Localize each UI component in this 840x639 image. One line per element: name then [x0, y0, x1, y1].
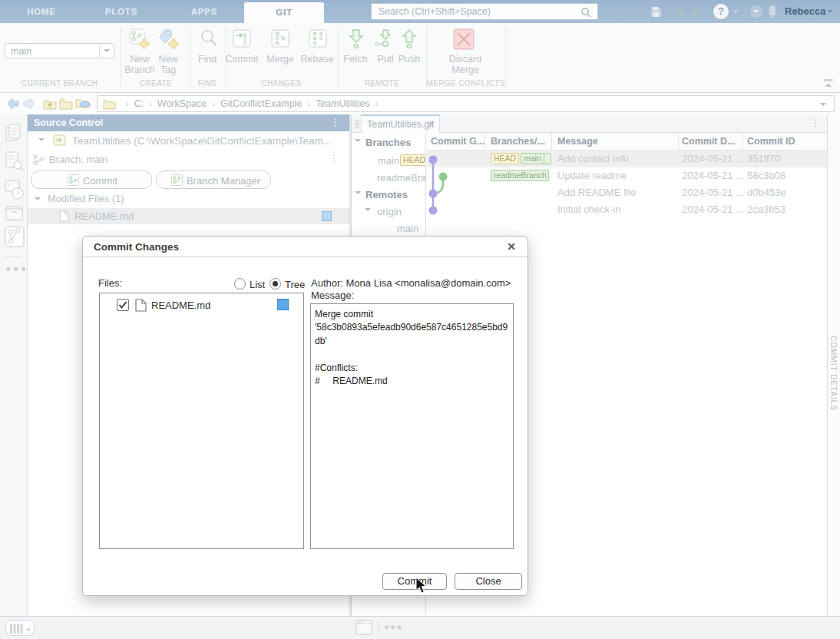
rebase-button[interactable]: Rebase	[296, 54, 339, 65]
new-branch-icon[interactable]	[129, 28, 150, 49]
statusbar-more-icon[interactable]: ●●●	[384, 621, 403, 632]
fetch-button[interactable]: Fetch	[338, 54, 373, 65]
tree-main[interactable]: main	[378, 155, 399, 167]
tab-close-icon[interactable]: ✕	[428, 119, 435, 129]
file-checkbox[interactable]	[117, 299, 129, 311]
redo-icon[interactable]	[692, 6, 705, 18]
tree-radio-label[interactable]: Tree	[285, 279, 305, 290]
dialog-commit-button[interactable]: Commit	[382, 573, 447, 590]
col-message[interactable]: Message	[557, 136, 598, 147]
git-panel-menu-icon[interactable]: ⋮	[811, 118, 820, 128]
group-label-create: CREATE	[122, 79, 190, 88]
commit-row[interactable]: Add README file 2024-05-21 ... d0b453e	[427, 184, 827, 201]
search-input[interactable]: Search (Ctrl+Shift+Space)	[371, 3, 598, 20]
sidebar-more-icon[interactable]: ●●●	[5, 263, 28, 274]
pull-icon[interactable]	[375, 29, 395, 49]
command-history-icon[interactable]	[5, 179, 25, 200]
list-radio[interactable]	[234, 278, 246, 290]
list-radio-label[interactable]: List	[250, 279, 265, 290]
col-branches[interactable]: Branches/...	[491, 136, 545, 147]
branch-menu-icon[interactable]: ⋮	[329, 153, 339, 164]
tree-origin-main[interactable]: main	[397, 223, 418, 234]
modified-files-label[interactable]: Modified Files (1)	[48, 193, 124, 204]
tree-origin[interactable]: origin	[377, 206, 402, 217]
find-icon[interactable]	[200, 29, 218, 48]
fetch-icon[interactable]	[348, 29, 365, 49]
dialog-title-bar[interactable]: Commit Changes ✕	[83, 237, 527, 257]
cloud-folder-icon[interactable]	[75, 97, 91, 111]
file-search-icon[interactable]	[5, 151, 25, 172]
col-commit-id[interactable]: Commit ID	[747, 136, 795, 147]
new-tag-button[interactable]: New Tag	[153, 54, 184, 75]
help-dropdown-caret[interactable]	[733, 10, 739, 13]
push-button[interactable]: Push	[394, 54, 425, 65]
breadcrumb[interactable]: › C: › WorkSpace › GitConflictExample › …	[97, 95, 835, 112]
breadcrumb-dropdown-caret[interactable]	[820, 103, 826, 106]
repo-expander[interactable]	[38, 138, 45, 141]
col-commit-date[interactable]: Commit D...	[682, 136, 735, 147]
modified-files-expander[interactable]	[35, 197, 41, 200]
tree-radio[interactable]	[270, 278, 281, 290]
panel-menu-icon[interactable]: ⋮	[331, 117, 340, 127]
current-branch-combo[interactable]: main	[5, 43, 114, 58]
discard-merge-button[interactable]: Discard Merge	[445, 54, 485, 75]
git-file-tab[interactable]: TeamUtilities.git ✕	[361, 114, 440, 133]
commit-table-header: Commit G... Branches/... Message Commit …	[427, 133, 827, 151]
tab-home[interactable]: HOME	[18, 0, 64, 23]
commit-row[interactable]: HEAD main Add contact info 2024-05-21 ..…	[427, 151, 827, 167]
tab-apps[interactable]: APPS	[181, 0, 227, 23]
save-icon[interactable]	[650, 6, 662, 18]
layout-button[interactable]	[5, 620, 35, 636]
commit-details-strip[interactable]: COMMIT DETAILS	[827, 114, 840, 616]
crumb-drive[interactable]: C:	[134, 98, 144, 109]
undo-icon[interactable]	[671, 6, 684, 18]
command-window-icon[interactable]	[356, 620, 372, 635]
up-folder-icon[interactable]	[43, 97, 57, 111]
tab-git[interactable]: GIT	[244, 2, 324, 23]
branches-expander[interactable]	[355, 139, 361, 142]
commit-icon[interactable]	[233, 29, 251, 48]
commit-row[interactable]: readmeBranch Update readme 2024-05-21 ..…	[427, 167, 827, 184]
tree-branches[interactable]: Branches	[365, 137, 411, 148]
community-icon[interactable]	[750, 5, 762, 18]
user-dropdown-caret[interactable]	[827, 10, 833, 13]
find-button[interactable]: Find	[190, 54, 225, 65]
origin-expander[interactable]	[365, 208, 371, 211]
user-name[interactable]: Rebecca	[785, 5, 825, 17]
dialog-file-name[interactable]: README.md	[151, 300, 210, 311]
forward-icon[interactable]	[22, 97, 36, 111]
editor-files-icon[interactable]	[5, 123, 23, 143]
breadcrumb-path: › C: › WorkSpace › GitConflictExample › …	[121, 98, 383, 109]
modified-file-row[interactable]: README.md	[28, 208, 349, 224]
new-tag-icon[interactable]	[158, 28, 179, 49]
collapse-ribbon-icon[interactable]	[824, 79, 833, 87]
source-control-icon[interactable]	[5, 225, 25, 248]
commit-row[interactable]: Initial check-in 2024-05-21 ... 2ca3b53	[427, 201, 827, 218]
rebase-icon[interactable]	[309, 29, 327, 48]
bell-icon[interactable]	[766, 5, 779, 18]
commit-button[interactable]: Commit	[223, 54, 260, 65]
branch-manager-button[interactable]: Branch Manager	[156, 171, 271, 189]
crumb-workspace[interactable]: WorkSpace	[157, 98, 207, 109]
repo-path[interactable]: TeamUtilities (C:\WorkSpace\GitConflictE…	[72, 135, 332, 147]
help-icon[interactable]: ?	[713, 4, 729, 19]
dialog-close-button[interactable]: Close	[455, 573, 522, 590]
push-icon[interactable]	[401, 29, 418, 49]
tab-plots[interactable]: PLOTS	[98, 0, 144, 23]
tree-remotes[interactable]: Remotes	[365, 189, 408, 200]
back-icon[interactable]	[6, 97, 20, 111]
discard-merge-icon[interactable]	[453, 28, 475, 50]
workspace-icon[interactable]	[5, 204, 24, 223]
col-commit-graph[interactable]: Commit G...	[431, 136, 484, 147]
commit-message-box[interactable]: Merge commit '58c3b0893a5efeadb90d6e587c…	[310, 303, 514, 549]
dialog-close-icon[interactable]: ✕	[507, 240, 516, 253]
crumb-teamutilities[interactable]: TeamUtilities	[316, 98, 370, 109]
merge-icon[interactable]	[271, 29, 289, 48]
new-folder-icon[interactable]	[59, 97, 73, 111]
merge-button[interactable]: Merge	[262, 54, 299, 65]
crumb-gitconflictexample[interactable]: GitConflictExample	[220, 98, 302, 109]
remotes-expander[interactable]	[355, 191, 361, 194]
tree-readme-branch[interactable]: readmeBranch	[377, 172, 426, 184]
group-label-current-branch: CURRENT BRANCH	[8, 79, 111, 88]
commit-panel-button[interactable]: Commit	[31, 171, 152, 189]
